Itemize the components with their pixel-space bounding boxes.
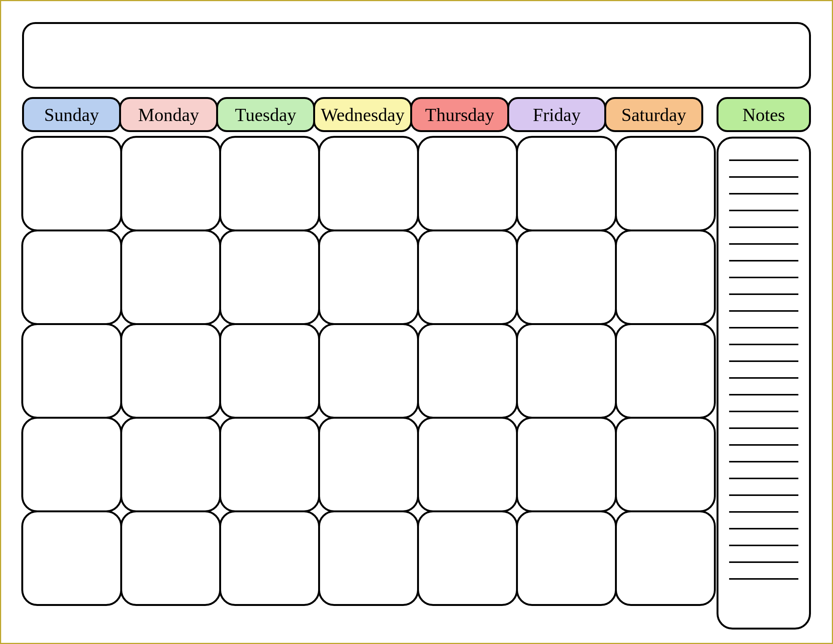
content-row: Sunday Monday Tuesday Wednesday Thursday… bbox=[22, 97, 811, 630]
day-cell[interactable] bbox=[516, 323, 617, 419]
note-line[interactable] bbox=[729, 243, 798, 245]
note-line[interactable] bbox=[729, 511, 798, 513]
day-cell[interactable] bbox=[516, 417, 617, 512]
day-cell[interactable] bbox=[615, 510, 716, 606]
day-cell[interactable] bbox=[318, 136, 419, 232]
note-line[interactable] bbox=[729, 494, 798, 496]
note-line[interactable] bbox=[729, 159, 798, 161]
note-line[interactable] bbox=[729, 227, 798, 228]
note-line[interactable] bbox=[729, 176, 798, 178]
note-line[interactable] bbox=[729, 427, 798, 429]
day-header-row: Sunday Monday Tuesday Wednesday Thursday… bbox=[22, 97, 715, 132]
day-cell[interactable] bbox=[516, 230, 617, 325]
day-cell[interactable] bbox=[219, 323, 320, 419]
note-line[interactable] bbox=[729, 444, 798, 446]
note-line[interactable] bbox=[729, 562, 798, 563]
day-cell[interactable] bbox=[615, 230, 716, 325]
note-line[interactable] bbox=[729, 361, 798, 362]
day-cell[interactable] bbox=[219, 230, 320, 325]
note-line[interactable] bbox=[729, 293, 798, 295]
notes-column: Notes bbox=[717, 97, 811, 630]
day-cell[interactable] bbox=[417, 417, 518, 512]
header-thursday: Thursday bbox=[410, 97, 509, 132]
day-cell[interactable] bbox=[120, 510, 221, 606]
header-wednesday: Wednesday bbox=[313, 97, 412, 132]
day-cell[interactable] bbox=[21, 323, 122, 419]
day-cell[interactable] bbox=[219, 510, 320, 606]
header-sunday: Sunday bbox=[22, 97, 121, 132]
note-line[interactable] bbox=[729, 310, 798, 312]
day-cell[interactable] bbox=[417, 323, 518, 419]
calendar-page: Sunday Monday Tuesday Wednesday Thursday… bbox=[0, 0, 833, 644]
header-friday: Friday bbox=[507, 97, 606, 132]
day-cell[interactable] bbox=[21, 136, 122, 232]
note-line[interactable] bbox=[729, 327, 798, 328]
day-cell[interactable] bbox=[21, 510, 122, 606]
day-cell[interactable] bbox=[516, 510, 617, 606]
note-line[interactable] bbox=[729, 394, 798, 396]
calendar-grid bbox=[22, 137, 715, 605]
note-line[interactable] bbox=[729, 260, 798, 261]
day-cell[interactable] bbox=[615, 323, 716, 419]
notes-body[interactable] bbox=[717, 137, 811, 630]
day-cell[interactable] bbox=[120, 323, 221, 419]
header-saturday: Saturday bbox=[604, 97, 703, 132]
header-notes: Notes bbox=[717, 97, 811, 132]
day-cell[interactable] bbox=[417, 136, 518, 232]
header-monday: Monday bbox=[119, 97, 218, 132]
day-cell[interactable] bbox=[615, 417, 716, 512]
note-line[interactable] bbox=[729, 545, 798, 546]
day-cell[interactable] bbox=[318, 323, 419, 419]
note-line[interactable] bbox=[729, 344, 798, 345]
day-cell[interactable] bbox=[318, 417, 419, 512]
note-line[interactable] bbox=[729, 277, 798, 278]
note-line[interactable] bbox=[729, 411, 798, 412]
day-cell[interactable] bbox=[615, 136, 716, 232]
day-cell[interactable] bbox=[219, 417, 320, 512]
day-cell[interactable] bbox=[318, 510, 419, 606]
day-cell[interactable] bbox=[120, 230, 221, 325]
day-cell[interactable] bbox=[516, 136, 617, 232]
note-line[interactable] bbox=[729, 528, 798, 530]
note-line[interactable] bbox=[729, 578, 798, 580]
day-cell[interactable] bbox=[120, 417, 221, 512]
title-bar[interactable] bbox=[22, 22, 811, 89]
note-line[interactable] bbox=[729, 210, 798, 211]
note-line[interactable] bbox=[729, 478, 798, 479]
day-cell[interactable] bbox=[21, 230, 122, 325]
header-tuesday: Tuesday bbox=[216, 97, 315, 132]
day-cell[interactable] bbox=[417, 510, 518, 606]
note-line[interactable] bbox=[729, 461, 798, 462]
note-line[interactable] bbox=[729, 377, 798, 379]
day-cell[interactable] bbox=[417, 230, 518, 325]
day-cell[interactable] bbox=[21, 417, 122, 512]
day-cell[interactable] bbox=[318, 230, 419, 325]
day-cell[interactable] bbox=[120, 136, 221, 232]
day-cell[interactable] bbox=[219, 136, 320, 232]
note-line[interactable] bbox=[729, 193, 798, 195]
calendar-wrap: Sunday Monday Tuesday Wednesday Thursday… bbox=[22, 97, 715, 630]
